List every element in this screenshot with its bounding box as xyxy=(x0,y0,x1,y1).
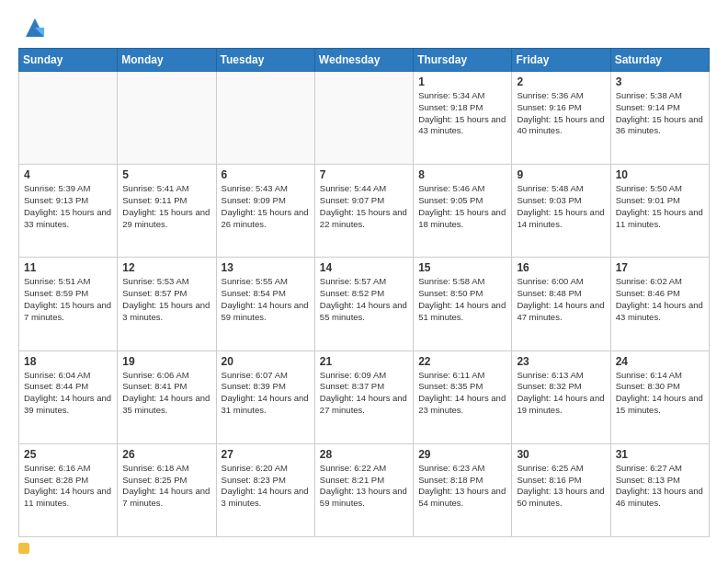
weekday-header-tuesday: Tuesday xyxy=(216,49,314,72)
day-number: 3 xyxy=(616,75,704,88)
day-number: 16 xyxy=(517,261,605,274)
footer xyxy=(18,543,710,554)
calendar-cell xyxy=(118,72,216,165)
day-info: Sunrise: 5:48 AM Sunset: 9:03 PM Dayligh… xyxy=(517,183,605,230)
day-number: 21 xyxy=(320,355,408,368)
calendar-cell: 19Sunrise: 6:06 AM Sunset: 8:41 PM Dayli… xyxy=(118,350,216,443)
calendar-cell: 12Sunrise: 5:53 AM Sunset: 8:57 PM Dayli… xyxy=(118,258,216,350)
day-number: 8 xyxy=(418,168,506,181)
day-info: Sunrise: 5:57 AM Sunset: 8:52 PM Dayligh… xyxy=(320,276,408,323)
day-number: 28 xyxy=(320,448,408,461)
logo xyxy=(18,15,48,40)
day-info: Sunrise: 5:34 AM Sunset: 9:18 PM Dayligh… xyxy=(418,90,506,137)
calendar-cell: 14Sunrise: 5:57 AM Sunset: 8:52 PM Dayli… xyxy=(314,258,413,350)
calendar-cell: 20Sunrise: 6:07 AM Sunset: 8:39 PM Dayli… xyxy=(216,350,314,443)
day-info: Sunrise: 5:53 AM Sunset: 8:57 PM Dayligh… xyxy=(122,276,210,323)
calendar-cell: 9Sunrise: 5:48 AM Sunset: 9:03 PM Daylig… xyxy=(512,165,610,258)
day-info: Sunrise: 6:00 AM Sunset: 8:48 PM Dayligh… xyxy=(517,276,605,323)
day-info: Sunrise: 5:39 AM Sunset: 9:13 PM Dayligh… xyxy=(24,183,112,230)
calendar-cell: 22Sunrise: 6:11 AM Sunset: 8:35 PM Dayli… xyxy=(414,350,512,443)
calendar-cell: 4Sunrise: 5:39 AM Sunset: 9:13 PM Daylig… xyxy=(19,165,118,258)
day-info: Sunrise: 6:09 AM Sunset: 8:37 PM Dayligh… xyxy=(320,370,408,417)
calendar-cell: 29Sunrise: 6:23 AM Sunset: 8:18 PM Dayli… xyxy=(414,443,512,536)
day-info: Sunrise: 5:55 AM Sunset: 8:54 PM Dayligh… xyxy=(222,276,310,323)
calendar-cell xyxy=(314,72,413,165)
day-number: 10 xyxy=(616,168,704,181)
day-number: 23 xyxy=(517,355,605,368)
day-number: 5 xyxy=(122,168,210,181)
calendar-cell: 10Sunrise: 5:50 AM Sunset: 9:01 PM Dayli… xyxy=(610,165,709,258)
day-info: Sunrise: 5:51 AM Sunset: 8:59 PM Dayligh… xyxy=(24,276,112,323)
day-info: Sunrise: 6:02 AM Sunset: 8:46 PM Dayligh… xyxy=(616,276,704,323)
calendar-cell: 15Sunrise: 5:58 AM Sunset: 8:50 PM Dayli… xyxy=(414,258,512,350)
calendar-table: SundayMondayTuesdayWednesdayThursdayFrid… xyxy=(18,48,710,537)
weekday-header-sunday: Sunday xyxy=(19,49,118,72)
calendar-week-4: 25Sunrise: 6:16 AM Sunset: 8:28 PM Dayli… xyxy=(19,443,710,536)
day-info: Sunrise: 6:07 AM Sunset: 8:39 PM Dayligh… xyxy=(222,370,310,417)
day-info: Sunrise: 5:38 AM Sunset: 9:14 PM Dayligh… xyxy=(616,90,704,137)
day-info: Sunrise: 6:13 AM Sunset: 8:32 PM Dayligh… xyxy=(517,370,605,417)
day-number: 9 xyxy=(517,168,605,181)
calendar-week-3: 18Sunrise: 6:04 AM Sunset: 8:44 PM Dayli… xyxy=(19,350,710,443)
day-info: Sunrise: 5:43 AM Sunset: 9:09 PM Dayligh… xyxy=(222,183,310,230)
calendar-cell: 31Sunrise: 6:27 AM Sunset: 8:13 PM Dayli… xyxy=(610,443,709,536)
calendar-cell: 5Sunrise: 5:41 AM Sunset: 9:11 PM Daylig… xyxy=(118,165,216,258)
calendar-cell xyxy=(216,72,314,165)
day-number: 11 xyxy=(24,261,112,274)
calendar-cell: 7Sunrise: 5:44 AM Sunset: 9:07 PM Daylig… xyxy=(314,165,413,258)
calendar-cell: 11Sunrise: 5:51 AM Sunset: 8:59 PM Dayli… xyxy=(19,258,118,350)
calendar-cell: 2Sunrise: 5:36 AM Sunset: 9:16 PM Daylig… xyxy=(512,72,610,165)
weekday-header-saturday: Saturday xyxy=(610,49,709,72)
weekday-header-monday: Monday xyxy=(118,49,216,72)
weekday-header-friday: Friday xyxy=(512,49,610,72)
day-info: Sunrise: 5:44 AM Sunset: 9:07 PM Dayligh… xyxy=(320,183,408,230)
day-number: 25 xyxy=(24,448,112,461)
calendar-cell: 26Sunrise: 6:18 AM Sunset: 8:25 PM Dayli… xyxy=(118,443,216,536)
day-info: Sunrise: 5:50 AM Sunset: 9:01 PM Dayligh… xyxy=(616,183,704,230)
day-number: 13 xyxy=(222,261,310,274)
day-number: 2 xyxy=(517,75,605,88)
calendar-cell: 3Sunrise: 5:38 AM Sunset: 9:14 PM Daylig… xyxy=(610,72,709,165)
day-info: Sunrise: 6:18 AM Sunset: 8:25 PM Dayligh… xyxy=(122,463,210,510)
logo-icon xyxy=(22,15,48,40)
day-number: 1 xyxy=(418,75,506,88)
calendar-cell xyxy=(19,72,118,165)
day-number: 7 xyxy=(320,168,408,181)
day-number: 19 xyxy=(122,355,210,368)
calendar-cell: 18Sunrise: 6:04 AM Sunset: 8:44 PM Dayli… xyxy=(19,350,118,443)
day-number: 22 xyxy=(418,355,506,368)
calendar-cell: 24Sunrise: 6:14 AM Sunset: 8:30 PM Dayli… xyxy=(610,350,709,443)
day-info: Sunrise: 6:20 AM Sunset: 8:23 PM Dayligh… xyxy=(222,463,310,510)
day-info: Sunrise: 5:36 AM Sunset: 9:16 PM Dayligh… xyxy=(517,90,605,137)
day-info: Sunrise: 6:25 AM Sunset: 8:16 PM Dayligh… xyxy=(517,463,605,510)
calendar-week-2: 11Sunrise: 5:51 AM Sunset: 8:59 PM Dayli… xyxy=(19,258,710,350)
calendar-cell: 16Sunrise: 6:00 AM Sunset: 8:48 PM Dayli… xyxy=(512,258,610,350)
calendar-cell: 17Sunrise: 6:02 AM Sunset: 8:46 PM Dayli… xyxy=(610,258,709,350)
day-number: 18 xyxy=(24,355,112,368)
day-number: 26 xyxy=(122,448,210,461)
day-info: Sunrise: 6:23 AM Sunset: 8:18 PM Dayligh… xyxy=(418,463,506,510)
calendar-cell: 27Sunrise: 6:20 AM Sunset: 8:23 PM Dayli… xyxy=(216,443,314,536)
day-info: Sunrise: 6:06 AM Sunset: 8:41 PM Dayligh… xyxy=(122,370,210,417)
calendar-week-1: 4Sunrise: 5:39 AM Sunset: 9:13 PM Daylig… xyxy=(19,165,710,258)
calendar-cell: 25Sunrise: 6:16 AM Sunset: 8:28 PM Dayli… xyxy=(19,443,118,536)
day-number: 15 xyxy=(418,261,506,274)
calendar-cell: 1Sunrise: 5:34 AM Sunset: 9:18 PM Daylig… xyxy=(414,72,512,165)
weekday-header-wednesday: Wednesday xyxy=(314,49,413,72)
weekday-header-thursday: Thursday xyxy=(414,49,512,72)
day-number: 4 xyxy=(24,168,112,181)
day-number: 31 xyxy=(616,448,704,461)
calendar-week-0: 1Sunrise: 5:34 AM Sunset: 9:18 PM Daylig… xyxy=(19,72,710,165)
calendar-cell: 23Sunrise: 6:13 AM Sunset: 8:32 PM Dayli… xyxy=(512,350,610,443)
calendar-cell: 30Sunrise: 6:25 AM Sunset: 8:16 PM Dayli… xyxy=(512,443,610,536)
day-number: 24 xyxy=(616,355,704,368)
calendar-cell: 28Sunrise: 6:22 AM Sunset: 8:21 PM Dayli… xyxy=(314,443,413,536)
weekday-header-row: SundayMondayTuesdayWednesdayThursdayFrid… xyxy=(19,49,710,72)
day-number: 12 xyxy=(122,261,210,274)
header xyxy=(18,15,710,40)
day-info: Sunrise: 6:22 AM Sunset: 8:21 PM Dayligh… xyxy=(320,463,408,510)
day-info: Sunrise: 6:27 AM Sunset: 8:13 PM Dayligh… xyxy=(616,463,704,510)
day-number: 6 xyxy=(222,168,310,181)
day-number: 30 xyxy=(517,448,605,461)
day-number: 20 xyxy=(222,355,310,368)
